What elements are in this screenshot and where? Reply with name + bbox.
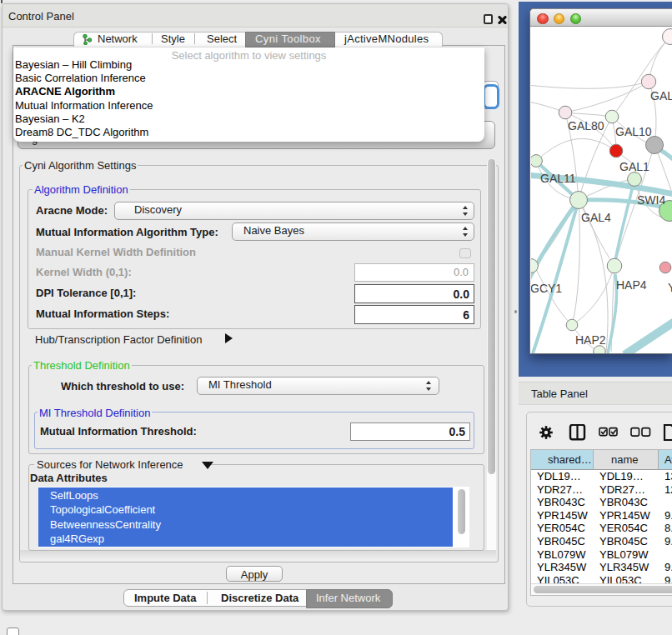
svg-text:HAP2: HAP2: [575, 333, 606, 347]
svg-text:GAL: GAL: [650, 89, 672, 102]
svg-text:HAP4: HAP4: [616, 278, 647, 292]
svg-text:GAL1: GAL1: [619, 160, 649, 173]
svg-text:GCY1: GCY1: [531, 282, 562, 295]
svg-text:GAL4: GAL4: [581, 211, 611, 224]
svg-text:Y: Y: [668, 281, 672, 294]
svg-text:GAL11: GAL11: [540, 172, 576, 185]
svg-text:GAL80: GAL80: [568, 119, 604, 132]
svg-text:SWI4: SWI4: [637, 193, 665, 207]
svg-text:GAL10: GAL10: [615, 125, 652, 138]
